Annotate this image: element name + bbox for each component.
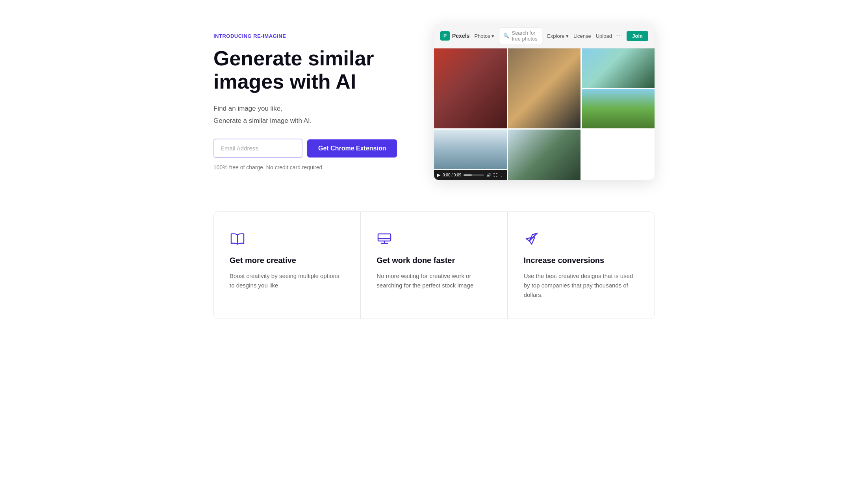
feature-title-faster: Get work done faster xyxy=(377,256,491,265)
browser-mockup: P Pexels Photos ▾ 🔍 Search for free phot… xyxy=(434,24,655,180)
video-progress-bar[interactable] xyxy=(464,174,484,176)
nav-photos[interactable]: Photos ▾ xyxy=(474,33,494,39)
fullscreen-icon[interactable]: ⛶ xyxy=(493,173,497,177)
nav-explore[interactable]: Explore ▾ xyxy=(547,33,569,39)
nav-upload[interactable]: Upload xyxy=(596,33,612,39)
video-time: 0:00 / 0:09 xyxy=(443,173,461,177)
image-pine-trees xyxy=(508,130,581,180)
browser-actions: Explore ▾ License Upload ··· Join xyxy=(547,31,648,41)
image-misty xyxy=(434,130,507,169)
pexels-join-button[interactable]: Join xyxy=(627,31,648,41)
feature-card-creative: Get more creative Boost creativity by se… xyxy=(214,212,360,319)
video-action-buttons: 🔊 ⛶ ⋮ xyxy=(486,173,504,177)
free-text: 100% free of charge. No credit card requ… xyxy=(213,164,410,171)
image-person-sitting xyxy=(508,48,581,128)
pexels-search[interactable]: 🔍 Search for free photos xyxy=(499,28,542,44)
pexels-icon: P xyxy=(440,31,450,41)
image-woman-red xyxy=(434,48,507,128)
hero-section: INTRODUCING RE-IMAGINE Generate similar … xyxy=(213,24,655,180)
video-controls: ▶ 0:00 / 0:09 🔊 ⛶ ⋮ xyxy=(437,172,504,178)
image-grid: ▶ 0:00 / 0:09 🔊 ⛶ ⋮ xyxy=(434,48,655,180)
search-placeholder-text: Search for free photos xyxy=(512,30,538,42)
monitor-icon xyxy=(377,231,392,246)
feature-desc-faster: No more waiting for creative work or sea… xyxy=(377,271,491,290)
cta-row: Get Chrome Extension xyxy=(213,139,410,158)
pexels-brand-name: Pexels xyxy=(452,33,469,39)
play-button[interactable]: ▶ xyxy=(437,172,440,178)
book-open-icon xyxy=(230,231,245,246)
hero-title: Generate similar images with AI xyxy=(213,47,410,94)
feature-card-faster: Get work done faster No more waiting for… xyxy=(361,212,507,319)
email-input[interactable] xyxy=(213,139,302,158)
nav-license[interactable]: License xyxy=(573,33,591,39)
feature-desc-conversions: Use the best creative designs that is us… xyxy=(524,271,638,300)
hero-right: P Pexels Photos ▾ 🔍 Search for free phot… xyxy=(434,24,655,180)
volume-icon[interactable]: 🔊 xyxy=(486,173,491,177)
more-options-icon[interactable]: ··· xyxy=(617,32,622,39)
image-cherry-blossom xyxy=(582,48,655,88)
video-progress-fill xyxy=(464,174,472,176)
features-section: Get more creative Boost creativity by se… xyxy=(213,211,655,319)
hero-left: INTRODUCING RE-IMAGINE Generate similar … xyxy=(213,33,410,171)
send-icon xyxy=(524,231,540,246)
intro-badge: INTRODUCING RE-IMAGINE xyxy=(213,33,410,39)
more-video-options-icon[interactable]: ⋮ xyxy=(500,173,504,177)
search-icon: 🔍 xyxy=(503,33,509,39)
hero-subtitle: Find an image you like, Generate a simil… xyxy=(213,103,410,126)
feature-desc-creative: Boost creativity by seeing multiple opti… xyxy=(230,271,344,290)
feature-title-creative: Get more creative xyxy=(230,256,344,265)
svg-rect-1 xyxy=(378,234,391,241)
image-field xyxy=(582,89,655,128)
feature-title-conversions: Increase conversions xyxy=(524,256,638,265)
browser-bar: P Pexels Photos ▾ 🔍 Search for free phot… xyxy=(434,24,655,48)
get-chrome-extension-button[interactable]: Get Chrome Extension xyxy=(307,139,397,158)
feature-card-conversions: Increase conversions Use the best creati… xyxy=(508,212,654,319)
pexels-logo: P Pexels xyxy=(440,31,469,41)
video-cell: ▶ 0:00 / 0:09 🔊 ⛶ ⋮ xyxy=(434,170,507,180)
